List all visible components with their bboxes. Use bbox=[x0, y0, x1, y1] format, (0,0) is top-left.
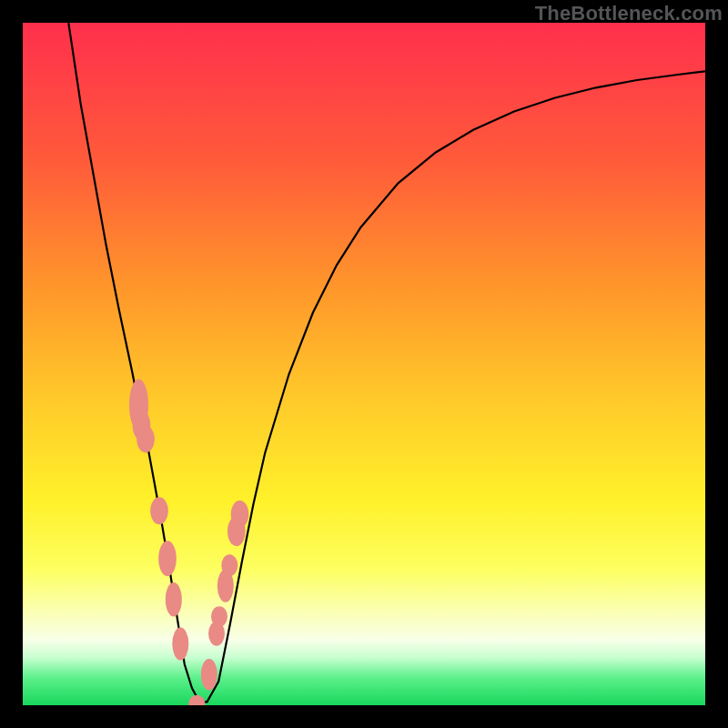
highlight-marker bbox=[201, 659, 217, 691]
highlight-marker bbox=[188, 695, 205, 705]
watermark-text: TheBottleneck.com bbox=[535, 2, 723, 25]
bottleneck-curve bbox=[68, 23, 705, 702]
highlighted-points-group bbox=[129, 379, 248, 706]
curve-layer bbox=[23, 23, 705, 705]
highlight-marker bbox=[150, 497, 168, 524]
outer-frame: TheBottleneck.com bbox=[0, 0, 728, 728]
highlight-marker bbox=[158, 541, 177, 576]
highlight-marker bbox=[166, 582, 182, 617]
highlight-marker bbox=[231, 500, 249, 528]
highlight-marker bbox=[221, 554, 238, 576]
highlight-marker bbox=[136, 426, 155, 453]
highlight-marker bbox=[172, 628, 188, 661]
highlight-marker bbox=[211, 606, 228, 627]
